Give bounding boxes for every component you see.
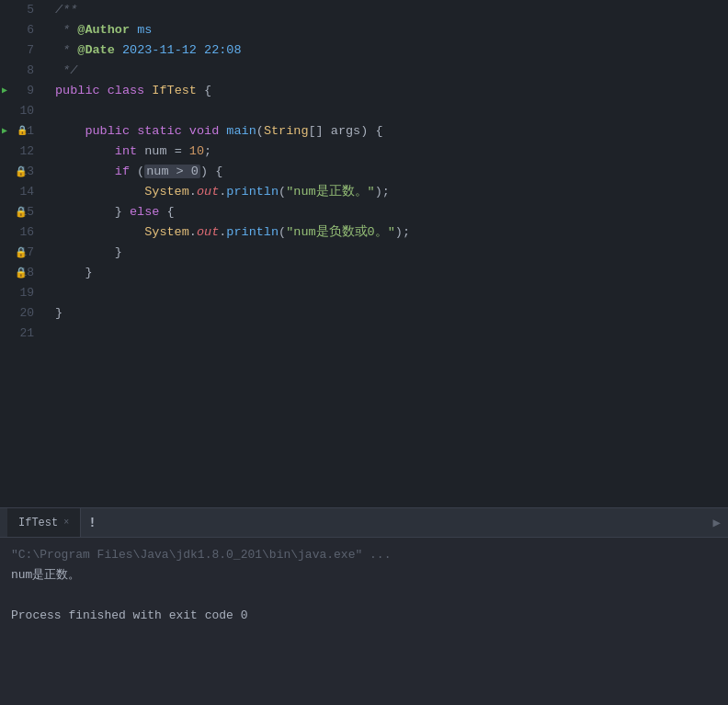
code-line-15: } else { — [55, 202, 728, 222]
line-num-text: 21 — [19, 324, 34, 344]
plain-token — [182, 124, 189, 138]
line-number-21: 21 — [0, 324, 41, 344]
panel-arrow-icon[interactable]: ▶ — [713, 515, 721, 530]
line-number-6: 6 — [0, 20, 41, 40]
keyword-token: static — [137, 124, 182, 138]
type-token: System — [144, 225, 189, 239]
code-line-20: } — [55, 303, 728, 324]
line-number-17: 🔒 17 — [0, 243, 41, 263]
type-token: System — [144, 185, 189, 199]
keyword-token: public — [85, 124, 130, 138]
plain-token — [130, 124, 137, 138]
code-container: 5 6 7 8 ▶ 9 10 ▶ — [0, 0, 728, 507]
code-lines: /** * @Author ms * @Date 2023-11-12 22:0… — [51, 0, 728, 507]
code-line-7: * @Date 2023-11-12 22:08 — [55, 40, 728, 61]
code-line-18: } — [55, 263, 728, 283]
function-token: println — [226, 225, 279, 239]
comment-token: */ — [55, 63, 77, 77]
editor-area: 5 6 7 8 ▶ 9 10 ▶ — [0, 0, 728, 507]
plain-token: } — [55, 266, 93, 279]
plain-token: [] args) { — [308, 124, 382, 138]
line-num-text: 7 — [27, 40, 34, 61]
number-token: 10 — [189, 144, 204, 158]
keyword-token: public — [55, 84, 100, 97]
keyword-token: int — [115, 144, 137, 158]
field-token: out — [197, 185, 219, 199]
run-icon: ▶ — [2, 121, 7, 142]
line-number-7: 7 — [0, 40, 41, 61]
code-line-16: System.out.println("num是负数或0。"); — [55, 222, 728, 243]
tab-overflow-icon: ! — [88, 516, 94, 530]
type-token: String — [264, 124, 309, 138]
line-num-text: 12 — [19, 142, 34, 162]
plain-token: ( — [256, 124, 264, 138]
line-number-15: 🔒 15 — [0, 202, 41, 222]
plain-token: ( — [279, 185, 286, 199]
plain-token: ) { — [200, 165, 222, 178]
output-cmd-line: "C:\Program Files\Java\jdk1.8.0_201\bin\… — [11, 545, 717, 565]
line-number-14: 14 — [0, 182, 41, 202]
code-line-13: if (num > 0) { — [55, 162, 728, 182]
plain-token: { — [159, 205, 174, 219]
code-line-14: System.out.println("num是正数。"); — [55, 182, 728, 202]
keyword-token: else — [130, 205, 159, 219]
tab-close-icon[interactable]: × — [63, 517, 69, 528]
line-num-text: 6 — [27, 20, 34, 40]
keyword-token: if — [115, 165, 130, 178]
code-line-8: */ — [55, 61, 728, 81]
output-empty-line — [11, 586, 717, 606]
line-number-10: 10 — [0, 101, 41, 121]
line-num-text: 20 — [19, 303, 34, 324]
tab-bar: IfTest × ! ▶ — [0, 508, 728, 538]
line-gutter: 5 6 7 8 ▶ 9 10 ▶ — [0, 0, 51, 507]
annotation-token: @Author — [77, 23, 130, 37]
plain-token: ; — [204, 144, 211, 158]
line-num-text: 5 — [27, 0, 34, 20]
line-number-16: 16 — [0, 222, 41, 243]
line-number-12: 12 — [0, 142, 41, 162]
plain-token: ); — [395, 225, 410, 239]
line-number-18: 🔒 18 — [0, 263, 41, 283]
line-number-5: 5 — [0, 0, 41, 20]
string-token: "num是负数或0。" — [286, 225, 395, 239]
breakpoint-icon: 🔒 — [15, 202, 28, 222]
annotation-value: 2023-11-12 22:08 — [115, 43, 242, 57]
function-token: println — [226, 185, 279, 199]
output-area: "C:\Program Files\Java\jdk1.8.0_201\bin\… — [0, 538, 728, 705]
plain-token — [55, 165, 115, 178]
annotation-token: @Date — [77, 43, 115, 57]
code-line-12: int num = 10; — [55, 142, 728, 162]
code-line-6: * @Author ms — [55, 20, 728, 40]
string-token: "num是正数。" — [286, 185, 375, 199]
tab-label: IfTest — [18, 517, 58, 529]
line-number-13: 🔒 13 — [0, 162, 41, 182]
line-num-text: 19 — [19, 283, 34, 303]
plain-token — [55, 144, 115, 158]
highlight-token: num > 0 — [144, 165, 200, 178]
line-number-8: 8 — [0, 61, 41, 81]
output-result-line: num是正数。 — [11, 565, 717, 586]
output-tab[interactable]: IfTest × — [7, 508, 81, 537]
plain-token: ( — [130, 165, 144, 178]
breakpoint-icon: 🔒 — [17, 121, 28, 142]
line-number-9: ▶ 9 — [0, 81, 41, 101]
plain-token — [55, 185, 144, 199]
comment-token: * — [55, 43, 77, 57]
function-token: main — [226, 124, 256, 138]
line-number-20: 20 — [0, 303, 41, 324]
comment-token: /** — [55, 3, 77, 17]
plain-token — [55, 225, 144, 239]
type-token: IfTest — [152, 84, 197, 97]
plain-token: . — [189, 225, 197, 239]
plain-token: ( — [279, 225, 286, 239]
line-num-text: 8 — [27, 61, 34, 81]
plain-token: } — [55, 306, 63, 320]
bottom-panel: IfTest × ! ▶ "C:\Program Files\Java\jdk1… — [0, 507, 728, 705]
code-line-19 — [55, 283, 728, 303]
plain-token: } — [55, 205, 130, 219]
plain-token: { — [197, 84, 211, 97]
annotation-value: ms — [130, 23, 152, 37]
output-process-line: Process finished with exit code 0 — [11, 606, 717, 626]
code-line-9: public class IfTest { — [55, 81, 728, 101]
breakpoint-icon: 🔒 — [15, 243, 28, 263]
